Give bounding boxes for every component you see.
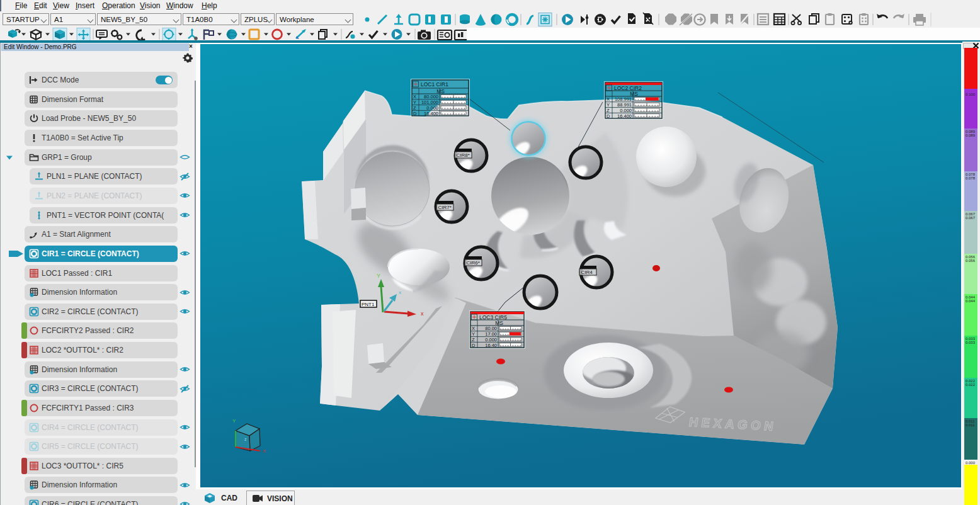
svg-text:CIR8*: CIR8* xyxy=(457,152,470,158)
svg-text:X: X xyxy=(263,448,266,454)
svg-text:0.078: 0.078 xyxy=(966,173,976,176)
svg-text:X: X xyxy=(472,326,475,331)
svg-text:0.000: 0.000 xyxy=(485,337,497,343)
svg-text:X: X xyxy=(607,96,610,102)
svg-text:MS: MS xyxy=(495,320,503,326)
svg-text:D: D xyxy=(413,111,417,116)
svg-text:0.011: 0.011 xyxy=(966,419,975,423)
svg-text:x: x xyxy=(399,290,401,295)
svg-text:0.033: 0.033 xyxy=(966,337,976,341)
svg-text:0.000: 0.000 xyxy=(620,108,632,113)
svg-text:0.078: 0.078 xyxy=(966,176,976,180)
svg-text:Z: Z xyxy=(472,337,475,343)
svg-text:80.000: 80.000 xyxy=(424,94,438,99)
svg-text:Y: Y xyxy=(413,99,416,105)
svg-text:LOC1 CIR1: LOC1 CIR1 xyxy=(421,81,448,88)
svg-text:101.000: 101.000 xyxy=(421,99,438,105)
svg-text:0.033: 0.033 xyxy=(966,341,976,344)
svg-text:0.022: 0.022 xyxy=(966,379,976,383)
svg-text:0.056: 0.056 xyxy=(966,259,976,263)
svg-text:MS: MS xyxy=(436,88,445,94)
svg-text:X: X xyxy=(413,94,416,99)
svg-text:0.056: 0.056 xyxy=(966,255,976,259)
svg-text:0.000: 0.000 xyxy=(426,105,438,111)
svg-text:17.00: 17.00 xyxy=(485,331,497,337)
svg-text:Y: Y xyxy=(377,273,380,279)
svg-text:D: D xyxy=(472,343,476,348)
svg-text:80.00: 80.00 xyxy=(485,326,497,331)
svg-text:x: x xyxy=(421,310,424,317)
svg-text:0.089: 0.089 xyxy=(966,133,976,137)
svg-text:0.044: 0.044 xyxy=(966,299,976,303)
svg-text:0.067: 0.067 xyxy=(966,212,976,216)
svg-text:Y: Y xyxy=(472,331,475,337)
svg-text:0.022: 0.022 xyxy=(966,383,976,387)
svg-text:D: D xyxy=(607,113,610,119)
svg-text:PNT1: PNT1 xyxy=(362,302,375,307)
svg-text:Z: Z xyxy=(413,105,416,111)
svg-text:0.067: 0.067 xyxy=(966,216,976,220)
svg-text:Y: Y xyxy=(232,418,236,424)
svg-text:Y: Y xyxy=(607,102,610,108)
svg-text:CIR6*: CIR6* xyxy=(467,260,480,266)
svg-text:CIR7*: CIR7* xyxy=(438,205,452,210)
svg-text:0.089: 0.089 xyxy=(966,130,976,133)
svg-text:16.400: 16.400 xyxy=(617,113,632,119)
svg-text:MS: MS xyxy=(630,91,638,97)
svg-text:z: z xyxy=(244,437,247,441)
svg-text:0.011: 0.011 xyxy=(966,423,975,427)
svg-text:16.40: 16.40 xyxy=(485,343,497,348)
svg-text:0.000: 0.000 xyxy=(966,461,976,465)
svg-text:88.991: 88.991 xyxy=(617,102,632,108)
svg-text:CIR4: CIR4 xyxy=(581,270,593,275)
svg-text:Z: Z xyxy=(607,108,610,113)
svg-text:0.100: 0.100 xyxy=(966,93,976,96)
svg-text:16.400: 16.400 xyxy=(424,111,438,116)
svg-text:0.044: 0.044 xyxy=(966,295,976,299)
svg-text:108.991: 108.991 xyxy=(615,96,632,102)
